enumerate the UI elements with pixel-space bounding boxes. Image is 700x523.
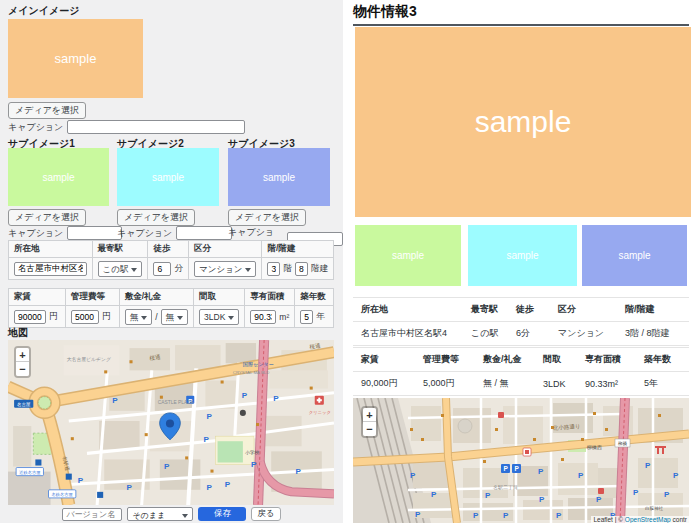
openstreetmap-link[interactable]: OpenStreetMap xyxy=(625,516,671,523)
address-input[interactable] xyxy=(14,262,87,276)
publish-mode-select[interactable]: そのまま xyxy=(127,507,193,521)
svg-text:P: P xyxy=(225,480,231,489)
svg-text:P: P xyxy=(251,460,257,469)
header-fee: 管理費等 xyxy=(65,289,119,306)
sub-1-media-select-button[interactable]: メディアを選択 xyxy=(8,209,86,226)
stories-input[interactable] xyxy=(295,262,308,276)
sub-2-caption-label: キャプション xyxy=(117,227,172,240)
main-media-select-button[interactable]: メディアを選択 xyxy=(8,102,86,119)
property-preview-panel: 物件情報3 sample sample sample sample 所在地 最寄… xyxy=(343,0,700,523)
sub-1-caption-row: キャプション xyxy=(8,226,122,240)
preview-value-rent: 90,000円 xyxy=(353,372,415,396)
preview-map[interactable]: + − xyxy=(353,398,689,523)
sub-image-2-preview: sample xyxy=(117,148,219,206)
header-station: 最寄駅 xyxy=(92,241,148,258)
preview-sub-2-sample-text: sample xyxy=(506,250,538,261)
sub-3-media-select-button[interactable]: メディアを選択 xyxy=(228,209,306,226)
deposit-key-slash: / xyxy=(155,312,157,322)
svg-text:P: P xyxy=(633,488,639,497)
key-money-select[interactable]: 無 xyxy=(161,309,189,325)
preview-value-area: 90.33m² xyxy=(577,372,636,396)
zoom-out-button[interactable]: − xyxy=(16,362,29,376)
map-section-label: 地図 xyxy=(8,326,28,340)
map-label-meitetsu: 名鉄名古屋 xyxy=(52,492,74,497)
walk-minutes-input[interactable] xyxy=(153,262,171,276)
preview-page-title: 物件情報3 xyxy=(353,3,689,26)
preview-header-floor: 階/階建 xyxy=(617,298,689,322)
area-input[interactable] xyxy=(250,310,276,324)
main-caption-input[interactable] xyxy=(67,120,245,134)
svg-text:P: P xyxy=(515,465,520,472)
sub-2-caption-input[interactable] xyxy=(176,226,232,240)
station-select[interactable]: この駅 xyxy=(98,261,143,277)
sub-2-media-select-button[interactable]: メディアを選択 xyxy=(117,209,195,226)
svg-text:P: P xyxy=(112,396,118,405)
header-walk: 徒歩 xyxy=(148,241,189,258)
price-form-table: 家賃 管理費等 敷金/礼金 間取 専有面積 築年数 円 円 無/無 3LDK m… xyxy=(8,288,334,328)
main-image-label: メインイメージ xyxy=(8,4,79,18)
preview-sub-image-2: sample xyxy=(468,225,577,286)
preview-header-station: 最寄駅 xyxy=(463,298,508,322)
preview-sub-image-3: sample xyxy=(582,225,687,286)
svg-text:P: P xyxy=(556,511,562,520)
sub-2-caption-row: キャプション xyxy=(117,226,232,240)
svg-text:P: P xyxy=(242,391,248,400)
sub-1-caption-input[interactable] xyxy=(67,226,122,240)
back-button[interactable]: 戻る xyxy=(251,507,280,521)
svg-text:P: P xyxy=(206,483,212,492)
map-label-meieki2: 名駅二丁目 xyxy=(493,484,518,491)
preview-value-floor: 3階 / 8階建 xyxy=(617,322,689,346)
zoom-in-button[interactable]: + xyxy=(16,348,29,362)
map-label-school: 小学校 xyxy=(245,450,260,455)
sub-image-3-sample-text: sample xyxy=(263,172,295,183)
map-label-hakuryu: 白龍神社 xyxy=(645,506,664,511)
svg-text:P: P xyxy=(296,467,302,476)
rent-input[interactable] xyxy=(14,310,46,324)
sub-1-caption-label: キャプション xyxy=(8,227,63,240)
map-label-castle-plaza: CASTLE PLAZA xyxy=(158,400,194,405)
category-select[interactable]: マンション xyxy=(194,261,257,277)
floor-unit: 階 xyxy=(283,263,292,275)
sub-image-3-preview: sample xyxy=(228,148,330,206)
header-deposit: 敷金/礼金 xyxy=(119,289,193,306)
age-input[interactable] xyxy=(300,310,313,324)
svg-text:P: P xyxy=(578,471,584,480)
preview-value-age: 5年 xyxy=(636,372,689,396)
preview-header-area: 専有面積 xyxy=(577,348,636,372)
leaflet-link[interactable]: Leaflet xyxy=(593,516,613,523)
version-name-input[interactable] xyxy=(62,508,122,521)
map-label-kintetsu: 近鉄名古屋 xyxy=(18,470,41,475)
save-button[interactable]: 保存 xyxy=(198,507,246,521)
main-caption-row: キャプション xyxy=(8,120,245,134)
map-label-kokusai: 国際センター xyxy=(243,361,274,368)
preview-map-canvas: PP PP PP PP PP PP PP PP P P 北小路通り 柳橋西 柳橋… xyxy=(353,398,689,523)
preview-sub-image-1: sample xyxy=(355,225,461,286)
preview-zoom-out-button[interactable]: − xyxy=(363,422,376,436)
floor-input[interactable] xyxy=(267,262,280,276)
svg-text:P: P xyxy=(645,461,651,470)
age-unit: 年 xyxy=(316,311,325,323)
area-unit: m² xyxy=(279,312,289,322)
main-image-sample-text: sample xyxy=(55,51,97,66)
layout-select[interactable]: 3LDK xyxy=(199,309,239,325)
sub-image-2-sample-text: sample xyxy=(152,172,184,183)
stories-unit: 階建 xyxy=(311,263,328,275)
main-caption-label: キャプション xyxy=(8,121,63,134)
svg-text:P: P xyxy=(538,467,544,476)
preview-value-address: 名古屋市中村区名駅4 xyxy=(353,322,463,346)
svg-text:P: P xyxy=(539,495,545,504)
map-label-yanagibashi-nishi: 柳橋西 xyxy=(586,444,602,451)
fee-input[interactable] xyxy=(71,310,99,324)
preview-zoom-in-button[interactable]: + xyxy=(363,408,376,422)
deposit-select[interactable]: 無 xyxy=(125,309,153,325)
header-address: 所在地 xyxy=(9,241,93,258)
editor-map[interactable]: + − xyxy=(8,340,334,505)
header-area: 専有面積 xyxy=(245,289,295,306)
svg-text:P: P xyxy=(596,495,602,504)
svg-text:P: P xyxy=(485,491,491,500)
svg-text:P: P xyxy=(78,476,84,485)
map-attribution: Leaflet | © OpenStreetMap contr xyxy=(591,516,689,523)
preview-value-fee: 5,000円 xyxy=(415,372,475,396)
preview-value-category: マンション xyxy=(550,322,617,346)
fee-unit: 円 xyxy=(102,311,111,323)
